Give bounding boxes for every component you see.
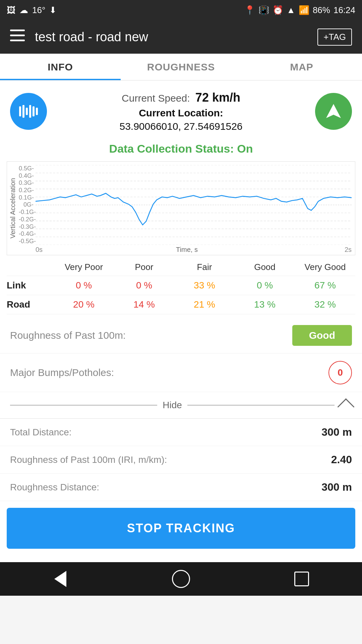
total-distance-value: 300 m xyxy=(321,426,352,438)
header-very-poor: Very Poor xyxy=(54,262,114,272)
main-content: Current Speed: 72 km/h Current Location:… xyxy=(0,80,362,562)
x-axis-label: Time, s xyxy=(176,246,198,254)
total-distance-row: Total Distance: 300 m xyxy=(0,419,362,446)
header-poor: Poor xyxy=(114,262,174,272)
nav-bar xyxy=(0,562,362,596)
home-button[interactable] xyxy=(171,569,191,589)
recents-icon xyxy=(294,572,309,586)
app-header: test road - road new +TAG xyxy=(0,20,362,54)
road-very-good: 32 % xyxy=(295,299,355,310)
speed-label: Current Speed: xyxy=(122,93,190,104)
status-bar-left: 🖼 ☁ 16° ⬇ xyxy=(7,5,57,15)
wifi-icon: ▲ xyxy=(287,5,295,15)
cloud-icon: ☁ xyxy=(19,5,28,15)
vibrate-icon: 📳 xyxy=(258,5,269,15)
row-label-link: Link xyxy=(7,280,54,291)
add-tag-button[interactable]: +TAG xyxy=(317,29,352,46)
time: 16:24 xyxy=(334,5,355,15)
x-axis-start: 0s xyxy=(36,246,43,254)
svg-rect-7 xyxy=(33,106,35,116)
table-row-road: Road 20 % 14 % 21 % 13 % 32 % xyxy=(7,295,355,314)
road-very-poor: 20 % xyxy=(54,299,114,310)
roughness-distance-row: Roughness Distance: 300 m xyxy=(0,474,362,501)
road-fair: 21 % xyxy=(174,299,235,310)
alarm-icon: ⏰ xyxy=(273,5,283,15)
roughness-past-badge: Good xyxy=(292,325,352,346)
coordinates: 53.90066010, 27.54691526 xyxy=(54,121,308,132)
speed-location-info: Current Speed: 72 km/h Current Location:… xyxy=(54,91,308,132)
vibration-icon-button[interactable] xyxy=(10,93,47,130)
battery: 86% xyxy=(313,5,330,15)
image-icon: 🖼 xyxy=(7,5,15,15)
header-very-good: Very Good xyxy=(295,262,355,272)
roughness-iri-label: Roughness of Past 100m (IRI, m/km): xyxy=(10,454,167,465)
major-bumps-value: 0 xyxy=(328,361,352,384)
svg-rect-4 xyxy=(22,105,24,118)
tab-roughness[interactable]: ROUGHNESS xyxy=(121,54,241,80)
svg-rect-3 xyxy=(19,106,21,116)
x-axis-end: 2s xyxy=(345,246,352,254)
y-axis-labels: 0.5G- 0.4G- 0.3G- 0.2G- 0.1G- 0G- -0.1G-… xyxy=(19,165,35,245)
svg-marker-9 xyxy=(326,104,341,118)
header-good: Good xyxy=(235,262,295,272)
table-header-row: Very Poor Poor Fair Good Very Good xyxy=(7,262,355,276)
major-bumps-label: Major Bumps/Potholes: xyxy=(10,367,328,378)
menu-button[interactable] xyxy=(10,30,25,45)
link-good: 0 % xyxy=(235,280,295,291)
back-button[interactable] xyxy=(50,569,70,589)
stop-tracking-button[interactable]: STOP TRACKING xyxy=(7,508,355,549)
data-collection-status: Data Collection Status: On xyxy=(0,139,362,161)
recents-button[interactable] xyxy=(292,569,312,589)
y-axis-label: Vertical Acceleration xyxy=(7,162,19,255)
tab-map[interactable]: MAP xyxy=(241,54,362,80)
link-fair: 33 % xyxy=(174,280,235,291)
header-fair: Fair xyxy=(174,262,235,272)
chart-inner: 0.5G- 0.4G- 0.3G- 0.2G- 0.1G- 0G- -0.1G-… xyxy=(19,162,355,255)
navigation-icon-button[interactable] xyxy=(315,93,352,130)
hide-line-right xyxy=(187,405,335,406)
info-row: Current Speed: 72 km/h Current Location:… xyxy=(0,80,362,139)
roughness-table: Very Poor Poor Fair Good Very Good Link … xyxy=(7,262,355,314)
status-bar: 🖼 ☁ 16° ⬇ 📍 📳 ⏰ ▲ 📶 86% 16:24 xyxy=(0,0,362,20)
svg-rect-0 xyxy=(10,30,25,31)
hide-row[interactable]: Hide xyxy=(0,392,362,419)
tab-bar: INFO ROUGHNESS MAP xyxy=(0,54,362,80)
link-very-good: 67 % xyxy=(295,280,355,291)
roughness-distance-value: 300 m xyxy=(321,481,352,493)
road-poor: 14 % xyxy=(114,299,174,310)
svg-rect-1 xyxy=(10,35,25,36)
download-icon: ⬇ xyxy=(49,5,57,15)
hide-line-left xyxy=(10,405,157,406)
hide-label: Hide xyxy=(163,400,182,411)
table-row-link: Link 0 % 0 % 33 % 0 % 67 % xyxy=(7,276,355,295)
signal-icon: 📶 xyxy=(299,5,309,15)
total-distance-label: Total Distance: xyxy=(10,427,72,438)
svg-rect-2 xyxy=(10,40,25,41)
link-very-poor: 0 % xyxy=(54,280,114,291)
roughness-past-100m-row: Roughness of Past 100m: Good xyxy=(0,318,362,354)
link-poor: 0 % xyxy=(114,280,174,291)
status-bar-right: 📍 📳 ⏰ ▲ 📶 86% 16:24 xyxy=(244,5,355,15)
row-label-road: Road xyxy=(7,299,54,310)
roughness-iri-value: 2.40 xyxy=(331,453,352,466)
temperature: 16° xyxy=(32,5,45,15)
svg-rect-8 xyxy=(36,108,38,115)
location-icon: 📍 xyxy=(244,5,255,15)
page-title: test road - road new xyxy=(35,30,307,44)
chart-svg xyxy=(36,165,352,245)
major-bumps-row: Major Bumps/Potholes: 0 xyxy=(0,354,362,392)
svg-rect-6 xyxy=(29,105,31,118)
speed-row: Current Speed: 72 km/h xyxy=(54,91,308,105)
roughness-past-label: Roughness of Past 100m: xyxy=(10,330,292,341)
chevron-up-icon[interactable] xyxy=(338,398,355,416)
speed-value: 72 km/h xyxy=(195,91,240,104)
road-good: 13 % xyxy=(235,299,295,310)
roughness-iri-row: Roughness of Past 100m (IRI, m/km): 2.40 xyxy=(0,446,362,474)
location-label: Current Location: xyxy=(54,107,308,119)
svg-rect-5 xyxy=(26,108,28,115)
back-icon xyxy=(54,571,66,587)
acceleration-chart: Vertical Acceleration 0.5G- 0.4G- 0.3G- … xyxy=(7,161,355,255)
tab-info[interactable]: INFO xyxy=(0,54,121,80)
roughness-distance-label: Roughness Distance: xyxy=(10,482,99,493)
home-icon xyxy=(172,570,190,588)
